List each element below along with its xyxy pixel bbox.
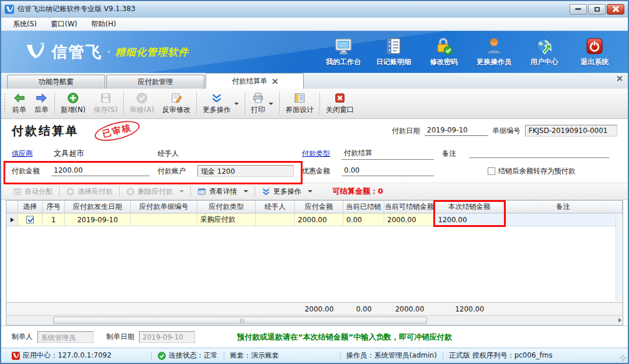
panel-close-icon[interactable]	[617, 76, 622, 81]
toolbar-button-label: 新增(N)	[61, 105, 85, 115]
col-settleable[interactable]: 当前可结销金额	[384, 201, 435, 213]
print-button[interactable]: 打印	[247, 90, 277, 117]
detail-more-actions-button[interactable]: 更多操作	[257, 185, 317, 198]
table-row[interactable]: 1 2019-09-10 采购应付款 2000.00 0.00 2000.00 …	[6, 214, 623, 226]
col-doc-no[interactable]: 应付款单据编号	[131, 201, 197, 213]
supplier-label[interactable]: 供应商	[12, 149, 48, 159]
audit-button[interactable]: 审核(A)	[126, 90, 158, 117]
auto-allocate-icon	[13, 187, 22, 196]
workstation-icon	[334, 37, 353, 55]
col-handler[interactable]: 经手人	[256, 201, 295, 213]
exit-system-icon	[585, 37, 604, 55]
minimize-button[interactable]	[569, 4, 587, 15]
col-select[interactable]: 选择	[18, 201, 43, 213]
cell-seq[interactable]: 1	[43, 214, 65, 226]
pay-date-field[interactable]: 2019-09-10	[425, 125, 488, 136]
close-window-icon	[334, 92, 346, 104]
cell-settled[interactable]: 0.00	[343, 214, 384, 226]
menu-window[interactable]: 窗口(W)	[45, 18, 83, 30]
select-payable-icon	[66, 187, 75, 196]
exit-system-button[interactable]: 退出系统	[569, 34, 620, 69]
journal-detail-button[interactable]: 日记账明细	[369, 34, 419, 69]
banner-button-label: 修改密码	[430, 57, 458, 67]
account-set-text: 账套：演示账套	[230, 351, 279, 360]
close-button[interactable]	[607, 4, 624, 15]
journal-icon	[384, 37, 403, 55]
switch-operator-button[interactable]: 更换操作员	[469, 34, 519, 69]
cell-doc-no[interactable]	[131, 214, 197, 226]
row-checkbox[interactable]	[26, 216, 34, 223]
col-payable[interactable]: 应付金额	[295, 201, 343, 213]
detail-toolbar-separator	[119, 186, 120, 197]
scroll-right-arrow-icon[interactable]	[618, 318, 621, 323]
handler-field[interactable]	[197, 149, 294, 158]
col-type[interactable]: 应付款类型	[197, 201, 256, 213]
workstation-button[interactable]: 我的工作台	[318, 34, 369, 69]
cell-settleable[interactable]: 2000.00	[384, 214, 435, 226]
doc-no-label: 单据编号	[492, 126, 520, 136]
col-current-settle[interactable]: 本次结销金额	[435, 201, 504, 213]
brand-swoosh-icon	[23, 42, 47, 62]
discount-field[interactable]: 0.00	[342, 166, 434, 176]
transfer-prepay-checkbox-group[interactable]: 结销后余额转存为预付款	[488, 166, 575, 176]
cell-select[interactable]	[18, 214, 43, 226]
banner-button-label: 用户中心	[530, 57, 558, 67]
cell-current-settle[interactable]: 1200.00	[435, 214, 504, 226]
amount-field[interactable]: 1200.00	[51, 166, 150, 176]
toolbar-grip[interactable]	[2, 93, 7, 114]
prev-doc-button[interactable]: 前单	[8, 90, 30, 117]
delete-payable-button[interactable]: 删除应付款	[121, 185, 189, 198]
save-button[interactable]: 保存(S)	[89, 90, 121, 117]
cell-handler[interactable]	[256, 214, 295, 226]
add-button[interactable]: 新增(N)	[57, 90, 89, 117]
unaudit-edit-button[interactable]: 反审修改	[158, 90, 194, 117]
menu-bar: 系统(S) 窗口(W) 帮助(H)	[1, 18, 628, 31]
detail-table: 选择 序号 应付款发生日期 应付款单据编号 应付款类型 经手人 应付金额 当前已…	[6, 200, 623, 326]
col-date[interactable]: 应付款发生日期	[65, 201, 131, 213]
pay-type-label[interactable]: 付款类型	[302, 149, 338, 159]
ui-design-button[interactable]: 界面设计	[282, 90, 318, 117]
connection-ok-icon	[158, 352, 166, 360]
cell-remark[interactable]	[504, 214, 623, 226]
tab-payable-mgmt[interactable]: 应付款管理	[106, 75, 204, 89]
tab-close-icon[interactable]	[272, 79, 277, 84]
switch-operator-icon	[485, 37, 503, 55]
total-payable: 2000.00	[295, 305, 343, 313]
close-window-button[interactable]: 关闭窗口	[322, 90, 358, 117]
app-window: 信管飞出纳记账软件专业版 V9.1.383 系统(S) 窗口(W) 帮助(H) …	[0, 0, 629, 364]
select-payable-button[interactable]: 选择应付款	[61, 185, 117, 198]
cell-type[interactable]: 采购应付款	[197, 214, 256, 226]
horizontal-scrollbar[interactable]	[6, 315, 623, 325]
unaudit-edit-icon	[171, 92, 182, 104]
maximize-button[interactable]	[588, 4, 606, 15]
operator-status: 操作员：系统管理员(admin)	[340, 351, 443, 360]
more-actions-button[interactable]: 更多操作	[199, 90, 243, 117]
next-doc-button[interactable]: 后单	[30, 90, 53, 117]
resize-grip[interactable]	[620, 355, 626, 361]
pay-type-field[interactable]: 付款结算	[342, 148, 434, 160]
detail-button-label: 选择应付款	[78, 187, 113, 197]
view-detail-button[interactable]: 查看详情	[193, 185, 253, 198]
brand-separator: ·	[107, 45, 110, 59]
dropdown-caret-icon	[179, 190, 184, 192]
col-settled[interactable]: 当前已结销	[343, 201, 384, 213]
cell-payable[interactable]: 2000.00	[295, 214, 343, 226]
app-logo-icon	[5, 5, 14, 14]
menu-help[interactable]: 帮助(H)	[85, 18, 121, 30]
user-center-button[interactable]: 用户中心	[519, 34, 569, 69]
transfer-prepay-checkbox[interactable]	[488, 167, 495, 175]
scrollbar-thumb[interactable]	[53, 317, 427, 324]
tab-payment-settlement[interactable]: 付款结算单	[206, 73, 304, 89]
col-seq[interactable]: 序号	[43, 201, 65, 213]
vertical-scrollbar[interactable]	[616, 214, 623, 302]
total-current-settle: 1200.00	[435, 305, 504, 313]
document-header: 付款结算单 已审核 付款日期 2019-09-10 单据编号 FKJSD-201…	[1, 119, 628, 142]
col-remark[interactable]: 备注	[504, 201, 623, 213]
change-password-button[interactable]: 修改密码	[419, 34, 469, 69]
auto-allocate-button[interactable]: 自动分配	[8, 185, 57, 198]
supplier-field[interactable]: 文具超市	[51, 148, 150, 160]
cell-date[interactable]: 2019-09-10	[65, 214, 131, 226]
tab-function-nav[interactable]: 功能导航窗	[7, 75, 105, 89]
remark-field[interactable]	[469, 149, 609, 158]
menu-system[interactable]: 系统(S)	[7, 18, 43, 30]
